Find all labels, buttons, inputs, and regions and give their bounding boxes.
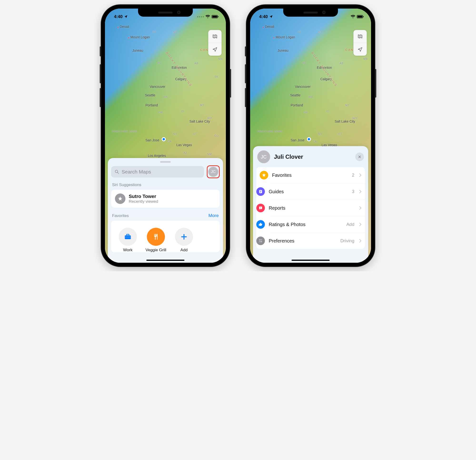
favorite-work[interactable]: Work <box>117 228 138 253</box>
phone-frame-left: 4:40 Denali Mount Logan Juneau Edmonton <box>101 5 230 266</box>
map-label-wy: WY <box>207 117 212 120</box>
map-label-san-jose: San Jose <box>291 138 304 142</box>
menu-reports[interactable]: Reports <box>271 200 365 216</box>
favorite-label: Work <box>123 248 132 253</box>
map-label-fracture-zone: FRACTURE ZONE <box>112 130 137 133</box>
search-icon <box>114 170 119 174</box>
plus-icon <box>175 228 193 246</box>
close-button[interactable] <box>355 153 364 161</box>
power-button[interactable] <box>375 69 376 98</box>
map-label-salt-lake: Salt Lake City <box>335 119 355 123</box>
mute-switch[interactable] <box>100 46 101 56</box>
map-label-edmonton: Edmonton <box>317 66 332 69</box>
profile-avatar[interactable]: JC <box>257 150 270 163</box>
svg-rect-13 <box>260 191 261 192</box>
map-label-sk: SK <box>214 75 219 78</box>
avatar-initials: JC <box>211 170 216 174</box>
profile-button-highlight: JC <box>207 165 220 178</box>
battery-icon <box>357 15 364 18</box>
map-label-portland: Portland <box>291 103 303 107</box>
reports-icon <box>256 204 265 212</box>
notch <box>138 9 193 17</box>
svg-rect-15 <box>260 207 261 208</box>
map-label-bc: BC <box>303 61 306 64</box>
svg-point-19 <box>261 241 262 242</box>
front-camera <box>177 11 180 14</box>
svg-rect-5 <box>125 235 131 239</box>
map-label-mb: MB <box>363 57 368 60</box>
svg-rect-2 <box>218 16 219 17</box>
map-label-az: AZ <box>184 151 187 154</box>
profile-sheet[interactable]: JC Juli Clover Favorites 2 <box>253 146 368 263</box>
favorite-veggie-grill[interactable]: Veggie Grill <box>145 228 166 253</box>
menu-ratings-photos[interactable]: Ratings & Photos Add <box>271 216 365 232</box>
map-label-ca: CA <box>168 140 172 143</box>
power-button[interactable] <box>230 69 231 98</box>
map-label-san-jose: San Jose <box>145 138 159 142</box>
svg-point-16 <box>260 208 261 209</box>
search-sheet[interactable]: Search Maps JC Siri Suggestions Sutro To… <box>108 158 223 263</box>
menu-label: Reports <box>269 205 351 211</box>
home-indicator[interactable] <box>146 260 185 261</box>
siri-suggestion-card[interactable]: Sutro Tower Recently viewed <box>111 190 220 208</box>
map-label-nv: NV <box>173 132 177 135</box>
map-label-denali: Denali <box>117 25 129 29</box>
map-mode-button[interactable] <box>208 30 221 43</box>
status-time: 4:40 <box>114 14 123 19</box>
guides-icon <box>256 187 265 196</box>
svg-rect-7 <box>125 237 131 237</box>
map-label-vancouver: Vancouver <box>295 85 311 88</box>
home-indicator[interactable] <box>291 260 330 261</box>
status-time: 4:40 <box>259 14 268 19</box>
map-fold-icon <box>357 34 363 39</box>
map-label-juneau: Juneau <box>132 49 143 52</box>
map-label-yt: YT <box>153 30 156 33</box>
chevron-right-icon <box>359 190 362 194</box>
profile-name: Juli Clover <box>274 153 351 160</box>
speaker-grille <box>304 12 318 14</box>
menu-preferences[interactable]: Preferences Driving <box>271 232 365 249</box>
menu-guides[interactable]: Guides 3 <box>271 183 365 200</box>
battery-icon <box>212 15 219 18</box>
map-label-wa: WA <box>308 95 313 98</box>
chevron-right-icon <box>359 239 362 243</box>
map-label-seattle: Seattle <box>145 93 155 97</box>
map-label-ut: UT <box>193 132 197 135</box>
favorites-more-button[interactable]: More <box>208 213 219 218</box>
location-services-icon <box>124 15 128 18</box>
svg-rect-10 <box>363 16 364 17</box>
map-label-calgary: Calgary <box>320 77 332 81</box>
menu-label: Preferences <box>269 238 337 244</box>
search-placeholder: Search Maps <box>122 169 151 175</box>
map-label-id: ID <box>181 110 184 112</box>
map-label-calgary: Calgary <box>175 77 187 81</box>
map-label-nt: NT <box>173 30 177 33</box>
sheet-grabber[interactable] <box>160 161 171 162</box>
close-icon <box>358 155 361 159</box>
mute-switch[interactable] <box>245 46 246 56</box>
profile-menu: Favorites 2 Guides 3 Reports <box>256 167 365 249</box>
map-label-ca: CA <box>313 140 317 143</box>
volume-up-button[interactable] <box>245 64 246 83</box>
svg-rect-9 <box>357 16 362 18</box>
menu-trail: 2 <box>352 172 354 178</box>
map-mode-button[interactable] <box>353 30 367 43</box>
menu-label: Guides <box>269 189 348 195</box>
screen-right: 4:40 Denali Mount Logan Juneau Edmonton … <box>250 9 371 263</box>
wifi-icon <box>205 15 210 18</box>
map-label-ut: UT <box>338 132 342 135</box>
menu-favorites[interactable]: Favorites 2 <box>256 167 365 183</box>
menu-trail: Driving <box>340 238 354 243</box>
locate-me-button[interactable] <box>353 43 367 56</box>
volume-down-button[interactable] <box>100 88 101 107</box>
star-icon <box>260 171 268 179</box>
volume-up-button[interactable] <box>100 64 101 83</box>
map-label-or: OR <box>304 111 308 114</box>
profile-button[interactable]: JC <box>208 167 218 177</box>
svg-rect-6 <box>127 234 129 236</box>
locate-me-button[interactable] <box>208 43 221 56</box>
volume-down-button[interactable] <box>245 88 246 107</box>
search-input[interactable]: Search Maps <box>111 166 204 178</box>
map-label-nm: NM <box>207 153 212 155</box>
favorite-add[interactable]: Add <box>173 228 195 253</box>
